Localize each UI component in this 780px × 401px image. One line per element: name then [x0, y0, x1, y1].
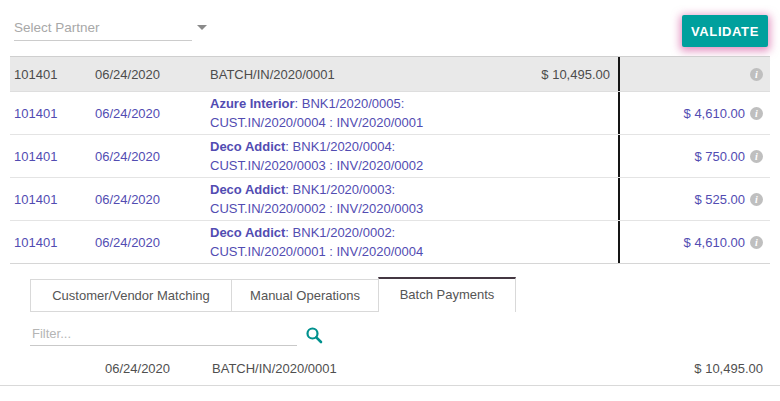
proposition-row[interactable]: 101401 06/24/2020 Azure Interior: BNK1/2… — [10, 92, 770, 135]
statement-right-cell — [618, 57, 770, 91]
account-code: 101401 — [10, 235, 91, 250]
line-ref2: CUST.IN/2020/0001 : INV/2020/0004 — [210, 242, 498, 261]
select-partner-input[interactable] — [14, 20, 191, 35]
info-icon[interactable] — [750, 68, 763, 81]
reconciliation-table: 101401 06/24/2020 BATCH/IN/2020/0001 $ 1… — [10, 56, 770, 264]
tab-manual-operations[interactable]: Manual Operations — [231, 279, 379, 312]
batch-filter-field[interactable] — [30, 323, 297, 346]
chevron-down-icon[interactable] — [197, 25, 207, 30]
line-amount: $ 525.00 — [694, 192, 745, 207]
batch-date: 06/24/2020 — [105, 361, 212, 376]
validate-button[interactable]: VALIDATE — [682, 15, 768, 47]
partner-name: Deco Addict — [210, 139, 285, 154]
line-label: Deco Addict: BNK1/2020/0002: CUST.IN/202… — [206, 223, 498, 261]
proposition-row[interactable]: 101401 06/24/2020 Deco Addict: BNK1/2020… — [10, 178, 770, 221]
line-ref2: CUST.IN/2020/0003 : INV/2020/0002 — [210, 156, 498, 175]
line-ref2: CUST.IN/2020/0002 : INV/2020/0003 — [210, 199, 498, 218]
batch-amount: $ 10,495.00 — [694, 361, 763, 376]
line-amount: $ 4,610.00 — [684, 235, 745, 250]
partner-name: Deco Addict — [210, 225, 285, 240]
line-date: 06/24/2020 — [91, 149, 206, 164]
account-code: 101401 — [10, 106, 91, 121]
batch-filter-input[interactable] — [30, 323, 297, 344]
partner-name: Azure Interior — [210, 96, 295, 111]
reconciliation-tabs: Customer/Vendor Matching Manual Operatio… — [30, 277, 516, 312]
reconciliation-widget: VALIDATE 101401 06/24/2020 BATCH/IN/2020… — [0, 0, 780, 401]
account-code: 101401 — [10, 192, 91, 207]
info-icon[interactable] — [750, 236, 763, 249]
proposition-row[interactable]: 101401 06/24/2020 Deco Addict: BNK1/2020… — [10, 221, 770, 264]
info-icon[interactable] — [750, 107, 763, 120]
line-label: Deco Addict: BNK1/2020/0004: CUST.IN/202… — [206, 137, 498, 175]
statement-label: BATCH/IN/2020/0001 — [206, 65, 498, 84]
statement-amount: $ 10,495.00 — [498, 67, 618, 82]
line-amount: $ 4,610.00 — [684, 106, 745, 121]
line-ref: : BNK1/2020/0004: — [285, 139, 395, 154]
info-icon[interactable] — [750, 150, 763, 163]
account-code: 101401 — [10, 149, 91, 164]
search-icon — [305, 326, 323, 344]
line-label: Deco Addict: BNK1/2020/0003: CUST.IN/202… — [206, 180, 498, 218]
line-ref: : BNK1/2020/0003: — [285, 182, 395, 197]
line-label: Azure Interior: BNK1/2020/0005: CUST.IN/… — [206, 94, 498, 132]
line-amount: $ 750.00 — [694, 149, 745, 164]
tab-batch-payments[interactable]: Batch Payments — [378, 277, 516, 312]
partner-name: Deco Addict — [210, 182, 285, 197]
line-ref: : BNK1/2020/0005: — [295, 96, 405, 111]
account-code: 101401 — [10, 67, 91, 82]
batch-payment-row[interactable]: 06/24/2020 BATCH/IN/2020/0001 $ 10,495.0… — [0, 352, 780, 386]
tab-customer-vendor-matching[interactable]: Customer/Vendor Matching — [30, 279, 232, 312]
line-ref2: CUST.IN/2020/0004 : INV/2020/0001 — [210, 113, 498, 132]
statement-date: 06/24/2020 — [91, 67, 206, 82]
batch-label: BATCH/IN/2020/0001 — [212, 361, 694, 376]
line-date: 06/24/2020 — [91, 106, 206, 121]
proposition-row[interactable]: 101401 06/24/2020 Deco Addict: BNK1/2020… — [10, 135, 770, 178]
info-icon[interactable] — [750, 193, 763, 206]
line-date: 06/24/2020 — [91, 235, 206, 250]
line-ref: : BNK1/2020/0002: — [285, 225, 395, 240]
select-partner-dropdown[interactable] — [14, 14, 192, 41]
statement-line-row: 101401 06/24/2020 BATCH/IN/2020/0001 $ 1… — [10, 57, 770, 92]
line-date: 06/24/2020 — [91, 192, 206, 207]
